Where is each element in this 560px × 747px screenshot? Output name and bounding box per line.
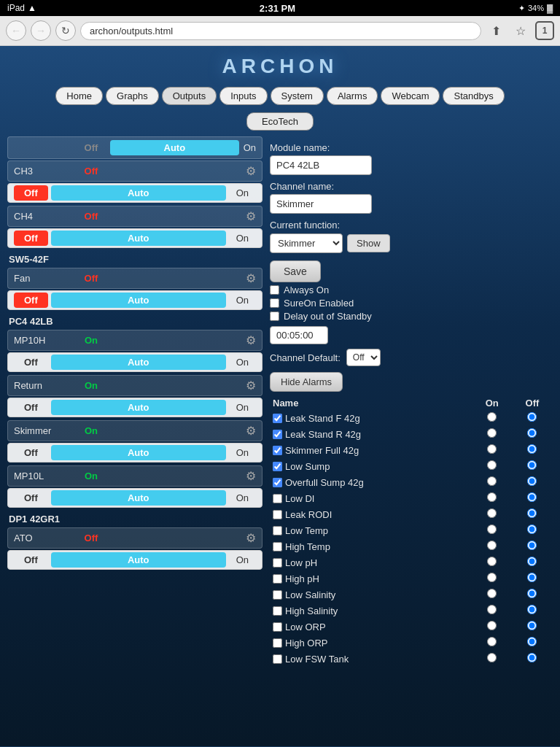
fan-gear-icon[interactable]: ⚙: [246, 271, 256, 285]
ch3-gear-icon[interactable]: ⚙: [246, 164, 256, 178]
alarm-checkbox[interactable]: [273, 446, 282, 455]
mp10l-on-btn[interactable]: On: [229, 490, 256, 506]
function-select[interactable]: Skimmer Return Fan Light Heater: [270, 233, 343, 253]
fan-auto-btn[interactable]: Auto: [51, 293, 226, 308]
alarm-off-radio[interactable]: [527, 508, 537, 518]
alarm-off-radio[interactable]: [527, 557, 537, 566]
alarm-off-radio[interactable]: [527, 525, 537, 534]
alarm-on-radio[interactable]: [487, 476, 497, 486]
tab-home[interactable]: Home: [55, 87, 103, 105]
alarm-off-radio[interactable]: [527, 653, 537, 662]
alarm-off-radio[interactable]: [527, 460, 537, 470]
alarm-off-radio[interactable]: [527, 605, 537, 614]
sure-on-checkbox[interactable]: [270, 298, 279, 308]
return-off-btn[interactable]: Off: [14, 400, 48, 415]
alarm-checkbox[interactable]: [273, 622, 282, 632]
mp10l-auto-btn[interactable]: Auto: [51, 490, 226, 506]
tab-outputs[interactable]: Outputs: [162, 87, 217, 105]
ch4-on-btn[interactable]: On: [229, 231, 256, 246]
skimmer-off-btn[interactable]: Off: [14, 445, 48, 460]
alarm-checkbox[interactable]: [273, 478, 282, 487]
alarm-checkbox[interactable]: [273, 590, 282, 600]
show-button[interactable]: Show: [347, 234, 390, 252]
tab-count[interactable]: 1: [535, 21, 554, 40]
alarm-off-radio[interactable]: [527, 428, 537, 438]
ch3-auto-btn[interactable]: Auto: [51, 185, 226, 201]
alarm-on-radio[interactable]: [487, 637, 497, 646]
fan-on-btn[interactable]: On: [229, 293, 256, 308]
save-button[interactable]: Save: [270, 260, 321, 282]
alarm-on-radio[interactable]: [487, 589, 497, 598]
alarm-on-radio[interactable]: [487, 508, 497, 518]
alarm-off-radio[interactable]: [527, 476, 537, 486]
ch4-auto-btn[interactable]: Auto: [51, 231, 226, 246]
alarm-off-radio[interactable]: [527, 412, 537, 422]
alarm-checkbox[interactable]: [273, 526, 282, 535]
mp10l-gear-icon[interactable]: ⚙: [246, 469, 256, 483]
hide-alarms-button[interactable]: Hide Alarms: [270, 372, 343, 392]
ctrl-on-label[interactable]: On: [244, 142, 256, 153]
return-on-btn[interactable]: On: [229, 400, 256, 415]
tab-standbys[interactable]: Standbys: [443, 87, 504, 105]
mp10h-on-btn[interactable]: On: [229, 355, 256, 370]
mp10h-gear-icon[interactable]: ⚙: [246, 333, 256, 347]
alarm-off-radio[interactable]: [527, 541, 537, 550]
alarm-off-radio[interactable]: [527, 621, 537, 630]
alarm-on-radio[interactable]: [487, 653, 497, 662]
alarm-checkbox[interactable]: [273, 606, 282, 616]
channel-name-input[interactable]: [270, 194, 372, 214]
delay-standby-checkbox[interactable]: [270, 311, 279, 321]
ch3-on-btn[interactable]: On: [229, 185, 256, 201]
alarm-on-radio[interactable]: [487, 444, 497, 454]
channel-default-select[interactable]: Off On: [346, 349, 381, 366]
alarm-on-radio[interactable]: [487, 460, 497, 470]
alarm-off-radio[interactable]: [527, 492, 537, 502]
alarm-checkbox[interactable]: [273, 414, 282, 423]
address-bar[interactable]: archon/outputs.html: [80, 22, 481, 40]
back-button[interactable]: ←: [6, 20, 26, 41]
alarm-on-radio[interactable]: [487, 428, 497, 438]
mp10h-off-btn[interactable]: Off: [14, 355, 48, 370]
ctrl-auto[interactable]: Auto: [110, 140, 239, 155]
alarm-on-radio[interactable]: [487, 557, 497, 566]
mp10l-off-btn[interactable]: Off: [14, 490, 48, 506]
always-on-checkbox[interactable]: [270, 285, 279, 295]
alarm-off-radio[interactable]: [527, 589, 537, 598]
alarm-on-radio[interactable]: [487, 412, 497, 422]
tab-system[interactable]: System: [271, 87, 324, 105]
delay-time-input[interactable]: [270, 326, 328, 344]
tab-inputs[interactable]: Inputs: [219, 87, 267, 105]
return-auto-btn[interactable]: Auto: [51, 400, 226, 415]
tab-webcam[interactable]: Webcam: [381, 87, 440, 105]
fan-off-btn[interactable]: Off: [14, 293, 48, 308]
alarm-off-radio[interactable]: [527, 444, 537, 454]
alarm-checkbox[interactable]: [273, 574, 282, 584]
skimmer-auto-btn[interactable]: Auto: [51, 445, 226, 460]
ch4-gear-icon[interactable]: ⚙: [246, 209, 256, 223]
alarm-checkbox[interactable]: [273, 494, 282, 503]
alarm-checkbox[interactable]: [273, 510, 282, 519]
alarm-checkbox[interactable]: [273, 558, 282, 568]
return-gear-icon[interactable]: ⚙: [246, 379, 256, 392]
ato-auto-btn[interactable]: Auto: [51, 552, 226, 568]
alarm-on-radio[interactable]: [487, 573, 497, 582]
ato-off-btn[interactable]: Off: [14, 552, 48, 568]
mp10h-auto-btn[interactable]: Auto: [51, 355, 226, 370]
skimmer-on-btn[interactable]: On: [229, 445, 256, 460]
tab-graphs[interactable]: Graphs: [106, 87, 159, 105]
ato-gear-icon[interactable]: ⚙: [246, 531, 256, 545]
alarm-checkbox[interactable]: [273, 542, 282, 551]
ch4-off-btn[interactable]: Off: [14, 231, 48, 246]
alarm-on-radio[interactable]: [487, 541, 497, 550]
reload-button[interactable]: ↻: [55, 20, 76, 41]
alarm-checkbox[interactable]: [273, 430, 282, 439]
alarm-on-radio[interactable]: [487, 525, 497, 534]
alarm-on-radio[interactable]: [487, 492, 497, 502]
alarm-checkbox[interactable]: [273, 638, 282, 648]
ch3-off-btn[interactable]: Off: [14, 185, 48, 201]
alarm-off-radio[interactable]: [527, 573, 537, 582]
alarm-checkbox[interactable]: [273, 462, 282, 471]
alarm-checkbox[interactable]: [273, 654, 282, 664]
alarm-on-radio[interactable]: [487, 605, 497, 614]
share-button[interactable]: ⬆: [486, 20, 506, 41]
